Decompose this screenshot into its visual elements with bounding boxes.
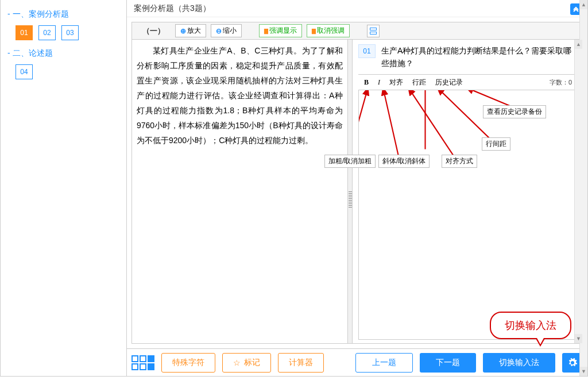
scroll-down-icon: ▼ <box>575 334 582 343</box>
unhighlight-button[interactable]: ▇取消强调 <box>307 24 350 37</box>
split-layout-button[interactable] <box>367 25 380 37</box>
bold-button[interactable]: B <box>361 77 372 88</box>
answer-textarea[interactable]: 加粗/取消加粗 斜体/取消斜体 对齐方式 行间距 查看历史记录备份 <box>358 90 577 340</box>
minus-icon: ⊖ <box>216 27 222 35</box>
anno-bold: 加粗/取消加粗 <box>324 155 376 168</box>
highlight-icon: ▇ <box>264 28 268 34</box>
zoom-out-button[interactable]: ⊖缩小 <box>211 24 242 37</box>
prev-button[interactable]: 上一题 <box>355 353 413 373</box>
zoom-in-button[interactable]: ⊕放大 <box>175 24 206 37</box>
header: 案例分析题（共3题） <box>127 0 587 17</box>
question-nav-02[interactable]: 02 <box>38 25 56 40</box>
annotation-overlay <box>359 90 576 339</box>
history-button[interactable]: 历史记录 <box>432 76 466 89</box>
section-2-title: 二、论述题 <box>7 48 119 59</box>
passage-index: （一） <box>137 26 171 36</box>
sidebar: 一、案例分析题 01 02 03 二、论述题 04 <box>1 0 127 376</box>
section-1-title: 一、案例分析题 <box>7 9 119 20</box>
section-2-list: 04 <box>16 64 119 79</box>
split-panels: 某灯具生产企业生产A、B、C三种灯具。为了了解和分析影响工序质量的因素，稳定和提… <box>131 39 583 344</box>
highlight-button[interactable]: ▇强调显示 <box>259 24 302 37</box>
next-button[interactable]: 下一题 <box>420 353 476 373</box>
body: （一） ⊕放大 ⊖缩小 ▇强调显示 ▇取消强调 某灯具生产企业生产A、B、C三种… <box>127 17 587 348</box>
ime-switch-button[interactable]: 切换输入法 <box>483 353 555 373</box>
ime-callout: 切换输入法 <box>490 312 571 339</box>
question-number: 01 <box>358 44 376 58</box>
passage-panel: 某灯具生产企业生产A、B、C三种灯具。为了了解和分析影响工序质量的因素，稳定和提… <box>132 40 348 343</box>
split-top-icon <box>370 28 377 30</box>
mark-button[interactable]: ☆标记 <box>222 353 271 373</box>
question-nav-01[interactable]: 01 <box>16 25 33 40</box>
app-root: 一、案例分析题 01 02 03 二、论述题 04 案例分析题（共3题） （一）… <box>0 0 588 377</box>
calculator-button[interactable]: 计算器 <box>278 353 324 373</box>
star-icon: ☆ <box>233 358 241 367</box>
bubble-tail-icon <box>536 339 545 347</box>
question-grid-button[interactable] <box>131 355 154 370</box>
ime-callout-text: 切换输入法 <box>490 312 571 339</box>
anno-history: 查看历史记录备份 <box>483 105 546 118</box>
anno-lineheight: 行间距 <box>482 137 510 151</box>
gear-icon <box>567 358 578 368</box>
page-title: 案例分析题（共3题） <box>134 3 211 14</box>
italic-button[interactable]: I <box>374 77 384 88</box>
passage-toolbar: （一） ⊕放大 ⊖缩小 ▇强调显示 ▇取消强调 <box>131 22 583 39</box>
chevron-up-icon <box>573 6 579 12</box>
align-button[interactable]: 对齐 <box>386 76 407 89</box>
grip-icon <box>349 191 352 209</box>
section-1-list: 01 02 03 <box>16 25 119 40</box>
scroll-up-icon: ▲ <box>575 40 582 49</box>
question-nav-03[interactable]: 03 <box>61 25 79 40</box>
question-text: 生产A种灯具的过程能力判断结果是什么？需要采取哪些措施？ <box>381 44 577 70</box>
passage-text: 某灯具生产企业生产A、B、C三种灯具。为了了解和分析影响工序质量的因素，稳定和提… <box>132 40 347 343</box>
editor-toolbar: B I 对齐 行距 历史记录 字数：0 <box>358 74 577 90</box>
unhighlight-icon: ▇ <box>312 28 316 34</box>
line-height-button[interactable]: 行距 <box>409 76 430 89</box>
plus-icon: ⊕ <box>180 27 186 35</box>
special-char-button[interactable]: 特殊字符 <box>161 353 215 373</box>
answer-panel: 01 生产A种灯具的过程能力判断结果是什么？需要采取哪些措施？ B I 对齐 行… <box>353 40 582 343</box>
anno-align: 对齐方式 <box>442 155 477 168</box>
word-count: 字数：0 <box>550 78 574 87</box>
answer-scrollbar[interactable]: ▲ ▼ <box>574 40 582 343</box>
split-bottom-icon <box>370 32 377 34</box>
question-header: 01 生产A种灯具的过程能力判断结果是什么？需要采取哪些措施？ <box>353 40 582 74</box>
footer: 特殊字符 ☆标记 计算器 上一题 下一题 切换输入法 <box>127 348 587 376</box>
anno-italic: 斜体/取消斜体 <box>378 155 430 168</box>
split-handle[interactable] <box>348 40 353 343</box>
question-nav-04[interactable]: 04 <box>16 64 33 79</box>
content: 案例分析题（共3题） （一） ⊕放大 ⊖缩小 ▇强调显示 ▇取消强调 某灯具生产… <box>127 0 587 376</box>
